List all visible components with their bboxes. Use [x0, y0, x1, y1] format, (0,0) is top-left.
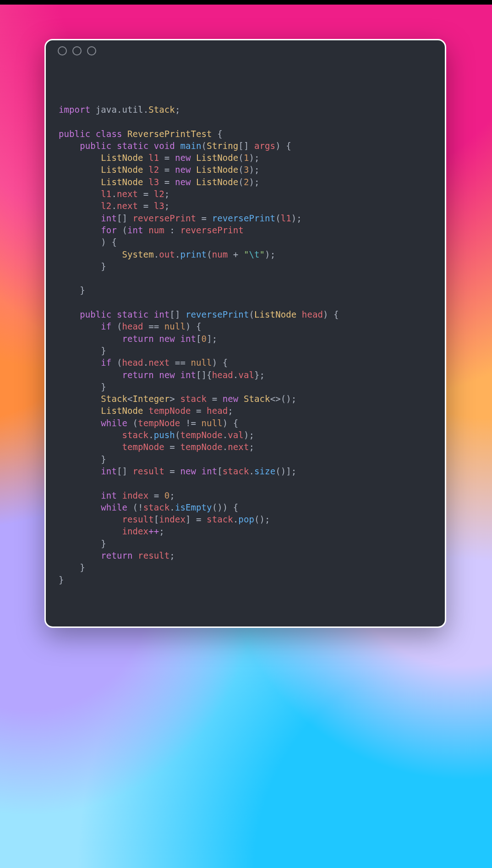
code-token-pun: .: [223, 430, 228, 440]
code-token-pun: };: [254, 370, 265, 380]
code-token-var: l3: [148, 177, 159, 187]
code-token-fn: reversePrint: [212, 213, 275, 223]
code-token-var: head: [207, 406, 228, 416]
code-token-pun: ] =: [186, 514, 207, 524]
code-token-var: l1: [101, 189, 111, 199]
code-token-var: out: [159, 249, 175, 259]
code-token-kw: new: [223, 394, 239, 404]
code-token-pun: .: [169, 502, 175, 512]
code-token-kw: if: [101, 321, 111, 331]
code-token-pun: ) {: [186, 321, 202, 331]
code-token-pun: ;: [175, 104, 180, 115]
code-token-ty: ListNode: [101, 153, 143, 163]
code-token-pun: =: [138, 201, 154, 211]
code-token-pun: }: [101, 382, 106, 392]
code-token-pun: >: [169, 394, 180, 404]
code-token-kw: return: [101, 550, 132, 560]
code-token-kw: new: [175, 153, 191, 163]
editor-window: import java.util.Stack; public class Rev…: [44, 39, 446, 628]
code-token-pun: );: [249, 153, 259, 163]
code-token-var: result: [122, 514, 153, 524]
code-token-pun: (: [207, 249, 212, 259]
code-token-pun: );: [291, 213, 302, 223]
code-token-pun: (: [111, 321, 122, 331]
code-token-pun: }: [80, 562, 85, 572]
code-token-var: l2: [148, 165, 159, 175]
code-token-num: 2: [244, 177, 249, 187]
code-token-kw: new: [159, 334, 175, 344]
code-token-pun: }: [101, 261, 106, 271]
code-token-nul: null: [164, 321, 186, 331]
code-token-var: num: [148, 225, 164, 235]
code-token-pun: .: [117, 104, 122, 115]
code-token-var: head: [302, 309, 323, 319]
code-token-pun: .: [249, 466, 254, 476]
code-token-pun: ;: [169, 550, 175, 560]
code-token-pun: []: [117, 466, 133, 476]
code-token-var: tempNode: [148, 406, 191, 416]
code-token-pun: ) {: [323, 309, 339, 319]
code-token-pun: ) {: [223, 418, 239, 428]
code-token-num: 0: [164, 490, 170, 500]
code-token-ty: String: [207, 141, 238, 151]
code-token-kw: import: [59, 104, 90, 115]
code-token-fn: isEmpty: [175, 502, 212, 512]
code-token-var: num: [212, 249, 228, 259]
code-token-kw: int: [202, 466, 218, 476]
code-token-pun: =: [164, 466, 180, 476]
code-token-kw: new: [180, 466, 196, 476]
code-token-pun: util: [122, 104, 143, 115]
code-token-num: 1: [244, 153, 249, 163]
code-token-pun: .: [148, 430, 154, 440]
code-editor[interactable]: import java.util.Stack; public class Rev…: [46, 40, 445, 626]
code-token-var: head: [212, 370, 233, 380]
code-token-var: l1: [148, 153, 159, 163]
code-token-str: ": [244, 249, 249, 259]
code-token-fn: push: [154, 430, 175, 440]
code-token-pun: {: [217, 129, 223, 139]
code-token-pun: []{: [196, 370, 212, 380]
code-token-pun: .: [111, 189, 117, 199]
code-token-var: l3: [154, 201, 164, 211]
code-token-pun: []: [117, 213, 133, 223]
code-token-pun: <>();: [270, 394, 297, 404]
code-token-pun: java: [90, 104, 117, 115]
code-token-pun: .: [223, 442, 228, 452]
code-token-var: tempNode: [122, 442, 164, 452]
code-token-kw: int: [180, 334, 196, 344]
code-token-var: next: [228, 442, 249, 452]
code-token-pun: );: [244, 430, 254, 440]
code-token-pun: =: [164, 442, 180, 452]
code-token-nul: null: [202, 418, 223, 428]
code-token-var: result: [138, 550, 169, 560]
code-token-kw: int: [101, 466, 117, 476]
code-token-kw: class: [96, 129, 122, 139]
code-token-pun: }: [101, 346, 106, 356]
code-token-var: l2: [101, 201, 111, 211]
code-token-pun: .: [143, 104, 149, 115]
code-token-pun: .: [175, 249, 180, 259]
code-token-pun: !=: [180, 418, 201, 428]
code-token-pun: =: [191, 406, 207, 416]
code-token-pun: ;: [169, 490, 175, 500]
code-token-pun: (: [117, 225, 127, 235]
code-token-pun: []: [169, 309, 186, 319]
code-token-var: l1: [281, 213, 291, 223]
code-token-pun: ()];: [275, 466, 296, 476]
code-token-pun: []: [238, 141, 254, 151]
code-token-pun: (: [275, 213, 281, 223]
code-token-var: next: [117, 201, 138, 211]
code-token-kw: if: [101, 357, 111, 368]
code-token-ty: Stack: [244, 394, 270, 404]
code-token-kw: public: [59, 129, 90, 139]
code-token-ty: ListNode: [254, 309, 296, 319]
code-token-var: args: [254, 141, 275, 151]
code-token-kw: new: [159, 370, 175, 380]
code-token-fn: pop: [238, 514, 254, 524]
code-token-pun: :: [164, 225, 180, 235]
code-token-pun: (: [249, 309, 254, 319]
code-token-pun: ) {: [101, 237, 117, 247]
code-token-kw: int: [180, 370, 196, 380]
code-token-pun: ) {: [212, 357, 228, 368]
code-token-pun: (: [238, 165, 244, 175]
